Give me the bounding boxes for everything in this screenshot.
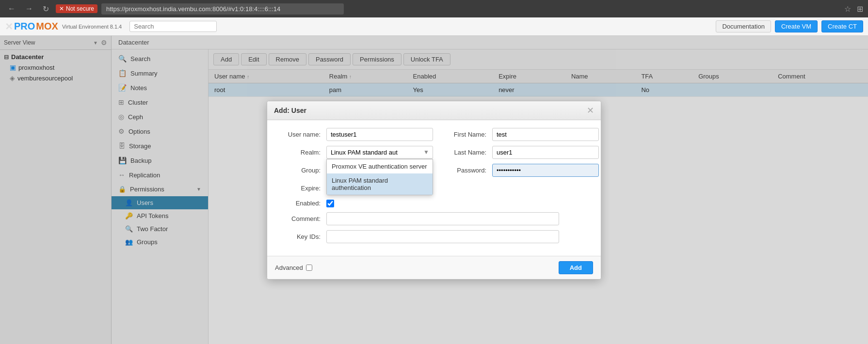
password-input[interactable] — [492, 164, 599, 177]
realm-select-wrapper: Linux PAM standard aut Proxmox VE authen… — [326, 146, 433, 159]
username-input[interactable] — [326, 128, 433, 141]
browser-bar: ← → ↻ ✕ Not secure ☆ ⊞ — [0, 0, 868, 17]
logo-prox: PRO — [14, 21, 35, 32]
version-label: Virtual Environment 8.1.4 — [62, 24, 122, 30]
logo-mox: MOX — [36, 21, 58, 32]
modal-body: User name: Realm: Linux PAM standard aut… — [267, 120, 601, 256]
documentation-button[interactable]: Documentation — [716, 20, 771, 32]
warning-icon: ✕ — [59, 5, 64, 12]
proxmox-topbar: ✕ PROMOX Virtual Environment 8.1.4 Docum… — [0, 17, 868, 36]
lastname-input[interactable] — [492, 146, 599, 159]
modal-close-button[interactable]: ✕ — [587, 106, 594, 115]
enabled-checkbox[interactable] — [326, 200, 334, 207]
create-vm-button[interactable]: Create VM — [775, 20, 818, 32]
enabled-label: Enabled: — [277, 200, 321, 207]
not-secure-label: Not secure — [66, 5, 94, 12]
modal-title: Add: User — [274, 107, 306, 114]
firstname-label: First Name: — [443, 131, 486, 138]
modal-overlay: Add: User ✕ User name: Realm: Linux PAM … — [0, 36, 868, 344]
username-label: User name: — [277, 131, 321, 138]
comment-input[interactable] — [326, 212, 559, 225]
modal-footer: Advanced Add — [267, 256, 601, 279]
modal-header: Add: User ✕ — [267, 101, 601, 120]
keyids-row: Key IDs: — [277, 230, 591, 243]
keyids-label: Key IDs: — [277, 233, 321, 240]
extensions-icon[interactable]: ⊞ — [857, 4, 863, 14]
dropdown-item-proxmox[interactable]: Proxmox VE authentication server — [327, 159, 433, 173]
firstname-input[interactable] — [492, 128, 599, 141]
username-row: User name: — [277, 128, 433, 141]
enabled-row: Enabled: — [277, 200, 433, 207]
not-secure-badge: ✕ Not secure — [56, 4, 97, 13]
realm-dropdown-list: Proxmox VE authentication server Linux P… — [326, 159, 433, 195]
address-bar[interactable] — [101, 3, 344, 15]
keyids-input[interactable] — [326, 230, 559, 243]
firstname-row: First Name: — [443, 128, 599, 141]
back-button[interactable]: ← — [5, 2, 18, 15]
realm-label: Realm: — [277, 149, 321, 156]
realm-row: Realm: Linux PAM standard aut Proxmox VE… — [277, 146, 433, 159]
forward-button[interactable]: → — [22, 2, 36, 15]
dropdown-item-linux-pam[interactable]: Linux PAM standard authentication — [327, 173, 433, 195]
form-columns: User name: Realm: Linux PAM standard aut… — [277, 128, 591, 212]
realm-select[interactable]: Linux PAM standard aut Proxmox VE authen… — [326, 146, 433, 159]
form-left-col: User name: Realm: Linux PAM standard aut… — [277, 128, 433, 212]
top-search-input[interactable] — [129, 21, 217, 32]
proxmox-logo: ✕ PROMOX Virtual Environment 8.1.4 — [5, 21, 122, 32]
password-row: Password: — [443, 164, 599, 177]
star-icon[interactable]: ☆ — [844, 4, 851, 14]
advanced-checkbox[interactable] — [306, 265, 312, 271]
add-user-modal: Add: User ✕ User name: Realm: Linux PAM … — [267, 101, 601, 280]
comment-row: Comment: — [277, 212, 591, 225]
group-label: Group: — [277, 167, 321, 174]
form-right-col: First Name: Last Name: Password: — [443, 128, 599, 212]
create-ct-button[interactable]: Create CT — [821, 20, 863, 32]
browser-icons: ☆ ⊞ — [844, 4, 863, 14]
topbar-buttons: Documentation Create VM Create CT — [716, 20, 863, 32]
reload-button[interactable]: ↻ — [40, 2, 52, 16]
advanced-check-area: Advanced — [275, 264, 312, 271]
logo-x: ✕ — [5, 21, 13, 32]
lastname-label: Last Name: — [443, 149, 486, 156]
advanced-label: Advanced — [275, 264, 303, 271]
expire-label: Expire: — [277, 185, 321, 192]
password-label: Password: — [443, 167, 486, 174]
lastname-row: Last Name: — [443, 146, 599, 159]
comment-label: Comment: — [277, 215, 321, 222]
modal-add-button[interactable]: Add — [559, 261, 593, 274]
